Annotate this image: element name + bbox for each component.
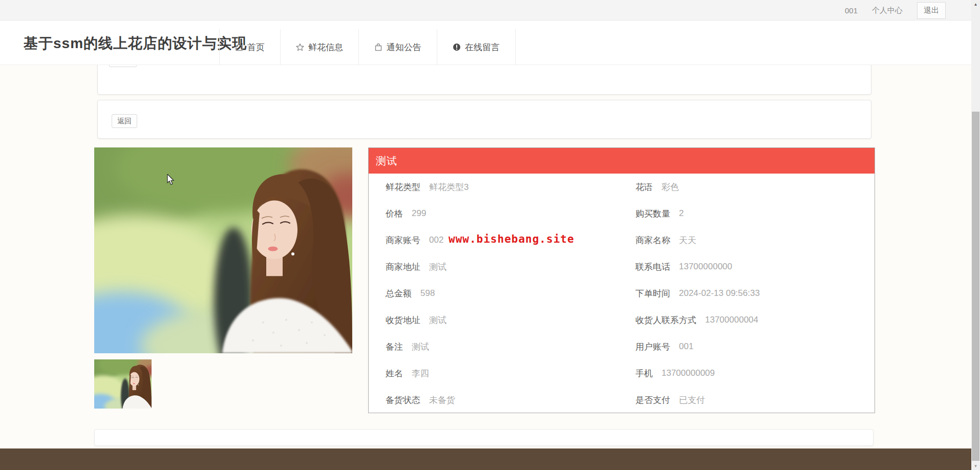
field-row-remark: 备注 测试 bbox=[386, 333, 616, 360]
site-watermark: www.bishebang.site bbox=[449, 233, 574, 245]
star-icon bbox=[296, 43, 304, 51]
field-row-price: 价格 299 bbox=[386, 200, 616, 227]
scrollbar-thumb[interactable] bbox=[972, 112, 979, 461]
order-detail-panel: 测试 鲜花类型 鲜花类型3 价格 299 商家账号 002 商家地址 测试 总金… bbox=[368, 147, 875, 413]
field-row-order-time: 下单时间 2024-02-13 09:56:33 bbox=[635, 280, 866, 307]
topbar: 001 个人中心 退出 bbox=[0, 0, 971, 20]
home-icon bbox=[235, 43, 243, 51]
main-nav: 首页 鲜花信息 通知公告 在线留言 bbox=[219, 29, 516, 65]
nav-label: 在线留言 bbox=[465, 41, 500, 53]
field-row-quantity: 购买数量 2 bbox=[635, 200, 866, 227]
field-row-mobile: 手机 13700000009 bbox=[635, 360, 866, 387]
field-row-name: 姓名 李四 bbox=[386, 360, 616, 387]
current-username: 001 bbox=[845, 6, 858, 15]
nav-item-notices[interactable]: 通知公告 bbox=[358, 29, 437, 65]
nav-item-home[interactable]: 首页 bbox=[219, 29, 280, 65]
scroll-up-arrow[interactable]: ▲ bbox=[971, 0, 980, 8]
flower-photo-thumbnail[interactable] bbox=[94, 359, 152, 409]
detail-left-column: 鲜花类型 鲜花类型3 价格 299 商家账号 002 商家地址 测试 总金额 5… bbox=[386, 174, 616, 413]
personal-center-link[interactable]: 个人中心 bbox=[872, 6, 903, 15]
detail-right-column: 花语 彩色 购买数量 2 商家名称 天天 联系电话 13700000000 下单… bbox=[635, 174, 866, 413]
exclamation-circle-icon bbox=[453, 43, 461, 51]
nav-label: 首页 bbox=[247, 41, 265, 53]
nav-item-messages[interactable]: 在线留言 bbox=[437, 29, 516, 65]
field-row-contact-phone: 联系电话 13700000000 bbox=[635, 253, 866, 280]
footer-bar bbox=[0, 448, 971, 470]
field-row-flower-type: 鲜花类型 鲜花类型3 bbox=[386, 174, 616, 200]
site-title: 基于ssm的线上花店的设计与实现 bbox=[24, 34, 247, 53]
field-row-user-account: 用户账号 001 bbox=[635, 333, 866, 360]
order-detail-header: 测试 bbox=[369, 148, 875, 174]
nav-item-flowers[interactable]: 鲜花信息 bbox=[280, 29, 358, 65]
field-row-receiver-contact: 收货人联系方式 13700000004 bbox=[635, 307, 866, 333]
vertical-scrollbar[interactable]: ▲ ▼ bbox=[971, 0, 980, 470]
header: 基于ssm的线上花店的设计与实现 首页 鲜花信息 通知公告 bbox=[0, 20, 971, 65]
nav-label: 鲜花信息 bbox=[308, 41, 343, 53]
flower-photo-main bbox=[94, 147, 352, 353]
nav-label: 通知公告 bbox=[387, 41, 421, 53]
field-row-flower-language: 花语 彩色 bbox=[635, 174, 866, 200]
bag-icon bbox=[374, 43, 382, 51]
field-row-payment-status: 是否支付 已支付 bbox=[635, 387, 866, 413]
bottom-panel bbox=[94, 429, 874, 446]
field-row-merchant-name: 商家名称 天天 bbox=[635, 227, 866, 253]
scroll-down-arrow[interactable]: ▼ bbox=[971, 462, 980, 470]
field-row-total-amount: 总金额 598 bbox=[386, 280, 616, 307]
back-toolbar-panel: 返回 bbox=[97, 100, 871, 139]
logout-button[interactable]: 退出 bbox=[917, 2, 946, 19]
field-row-delivery-address: 收货地址 测试 bbox=[386, 307, 616, 333]
order-title: 测试 bbox=[376, 154, 397, 168]
field-row-merchant-address: 商家地址 测试 bbox=[386, 253, 616, 280]
field-row-stock-status: 备货状态 未备货 bbox=[386, 387, 616, 413]
back-button[interactable]: 返回 bbox=[112, 114, 137, 128]
